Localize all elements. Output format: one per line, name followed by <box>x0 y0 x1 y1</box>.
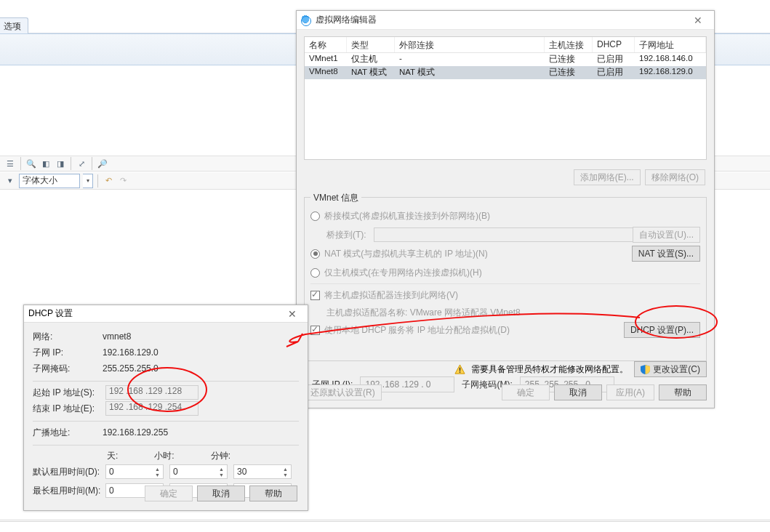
window-title: 虚拟网络编辑器 <box>316 14 685 26</box>
hostonly-label: 仅主机模式(在专用网络内连接虚拟机)(H) <box>324 267 482 279</box>
col-subnet[interactable]: 子网地址 <box>635 37 706 52</box>
page-tab-options[interactable]: 选项 <box>0 17 28 33</box>
warning-icon <box>454 364 465 375</box>
dhcp-ok-button: 确定 <box>145 485 193 501</box>
separator <box>33 421 299 422</box>
start-ip-input: 192 .168 .129 .128 <box>105 385 198 400</box>
col-dhcp[interactable]: DHCP <box>593 37 635 52</box>
ok-button: 确定 <box>502 384 550 400</box>
hostonly-radio <box>310 268 320 278</box>
dhcp-service-label: 使用本地 DHCP 服务将 IP 地址分配给虚拟机(D) <box>324 324 510 336</box>
def-lease-label: 默认租用时间(D): <box>33 466 105 478</box>
mask-value: 255.255.255.0 <box>103 363 159 374</box>
vmnet-info-title: VMnet 信息 <box>310 192 361 204</box>
binoculars-icon[interactable]: 🔍 <box>25 158 37 169</box>
bcast-value: 192.168.129.255 <box>103 427 168 438</box>
warn-text: 需要具备管理员特权才能修改网络配置。 <box>471 363 628 376</box>
table-header: 名称 类型 外部连接 主机连接 DHCP 子网地址 <box>305 37 706 53</box>
def-hours-input[interactable]: 0▲▼ <box>169 464 228 479</box>
dhcp-help-button[interactable]: 帮助 <box>249 485 297 501</box>
mask-label: 子网掩码: <box>33 363 103 375</box>
col-host[interactable]: 主机连接 <box>545 37 593 52</box>
bridge-to-label: 桥接到(T): <box>326 229 366 241</box>
auto-settings-button: 自动设置(U)... <box>633 227 700 243</box>
cancel-button[interactable]: 取消 <box>554 384 602 400</box>
days-label: 天: <box>107 450 118 462</box>
help-button[interactable]: 帮助 <box>659 384 707 400</box>
toolbar-icon[interactable]: ◨ <box>55 158 66 169</box>
close-icon[interactable]: ✕ <box>281 307 303 321</box>
change-settings-button[interactable]: 更改设置(C) <box>634 361 707 377</box>
def-days-input[interactable]: 0▲▼ <box>105 464 164 479</box>
net-label: 网络: <box>33 331 103 343</box>
end-ip-label: 结束 IP 地址(E): <box>33 403 105 415</box>
toolbar-icon[interactable]: ◧ <box>40 158 52 169</box>
separator <box>33 381 299 382</box>
subnet-value: 192.168.129.0 <box>103 347 159 358</box>
col-type[interactable]: 类型 <box>347 37 395 52</box>
bridge-label: 桥接模式(将虚拟机直接连接到外部网络)(B) <box>324 210 490 222</box>
font-size-dropdown[interactable]: ▾ <box>83 174 93 188</box>
search-page-icon[interactable]: 🔎 <box>97 158 108 169</box>
start-ip-label: 起始 IP 地址(S): <box>33 387 105 399</box>
hours-label: 小时: <box>154 450 174 462</box>
host-adapter-check <box>310 291 320 300</box>
subnet-label: 子网 IP: <box>33 347 103 359</box>
def-mins-input[interactable]: 30▲▼ <box>233 464 292 479</box>
separator <box>33 445 299 446</box>
mins-label: 分钟: <box>211 450 230 462</box>
svg-rect-0 <box>460 367 461 371</box>
dhcp-cancel-button[interactable]: 取消 <box>197 485 245 501</box>
add-network-button: 添加网络(E)... <box>574 169 641 185</box>
dhcp-title: DHCP 设置 <box>28 307 73 320</box>
nat-radio <box>310 249 320 259</box>
net-value: vmnet8 <box>103 331 131 342</box>
svg-rect-1 <box>460 371 461 373</box>
nat-settings-button[interactable]: NAT 设置(S)... <box>632 246 700 262</box>
table-row[interactable]: VMnet1 仅主机 - 已连接 已启用 192.168.146.0 <box>305 53 706 66</box>
dropdown-icon[interactable]: ▾ <box>4 175 16 187</box>
app-icon <box>300 15 311 26</box>
tool-icon[interactable]: ☰ <box>4 158 16 169</box>
expand-icon[interactable]: ⤢ <box>76 158 87 169</box>
dhcp-settings-dialog: DHCP 设置 ✕ 网络:vmnet8 子网 IP:192.168.129.0 … <box>23 305 308 511</box>
end-ip-input: 192 .168 .129 .254 <box>105 401 198 416</box>
network-editor-window: 虚拟网络编辑器 ✕ 名称 类型 外部连接 主机连接 DHCP 子网地址 VMne… <box>296 10 715 408</box>
font-size-input[interactable] <box>19 174 80 188</box>
col-ext[interactable]: 外部连接 <box>395 37 545 52</box>
network-table[interactable]: 名称 类型 外部连接 主机连接 DHCP 子网地址 VMnet1 仅主机 - 已… <box>304 36 707 160</box>
table-row[interactable]: VMnet8 NAT 模式 NAT 模式 已连接 已启用 192.168.129… <box>305 66 706 79</box>
col-name[interactable]: 名称 <box>305 37 347 52</box>
page-separator <box>0 520 770 522</box>
host-adapter-label: 将主机虚拟适配器连接到此网络(V) <box>324 289 458 302</box>
nat-label: NAT 模式(与虚拟机共享主机的 IP 地址)(N) <box>324 248 488 260</box>
dhcp-settings-button[interactable]: DHCP 设置(P)... <box>624 322 700 338</box>
restore-defaults-button: 还原默认设置(R) <box>304 384 382 400</box>
bridge-radio <box>310 211 320 221</box>
remove-network-button: 移除网络(O) <box>645 169 705 185</box>
redo-icon[interactable]: ↷ <box>117 175 129 187</box>
adapter-name-label: 主机虚拟适配器名称: VMware 网络适配器 VMnet8 <box>326 307 521 319</box>
dhcp-service-check <box>310 326 320 335</box>
undo-icon[interactable]: ↶ <box>103 175 114 187</box>
close-icon[interactable]: ✕ <box>685 12 711 28</box>
bcast-label: 广播地址: <box>33 427 103 439</box>
apply-button: 应用(A) <box>606 384 654 400</box>
